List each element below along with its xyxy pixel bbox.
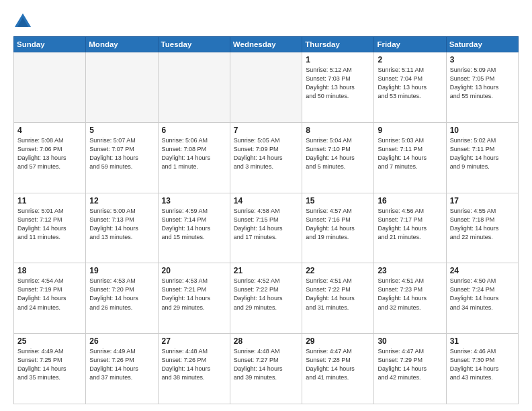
calendar-cell: 20Sunrise: 4:53 AM Sunset: 7:21 PM Dayli… [158, 263, 230, 334]
calendar-row: 4Sunrise: 5:08 AM Sunset: 7:06 PM Daylig… [14, 122, 519, 193]
day-info: Sunrise: 4:48 AM Sunset: 7:26 PM Dayligh… [162, 347, 226, 382]
calendar-cell: 16Sunrise: 4:56 AM Sunset: 7:17 PM Dayli… [374, 193, 446, 263]
calendar-cell: 19Sunrise: 4:53 AM Sunset: 7:20 PM Dayli… [86, 263, 158, 334]
day-number: 12 [89, 196, 154, 205]
logo [13, 12, 36, 31]
calendar-cell: 10Sunrise: 5:02 AM Sunset: 7:11 PM Dayli… [446, 122, 518, 193]
day-number: 15 [306, 196, 370, 205]
day-info: Sunrise: 5:11 AM Sunset: 7:04 PM Dayligh… [378, 66, 442, 101]
day-number: 10 [450, 126, 515, 135]
day-number: 9 [378, 126, 442, 135]
calendar-cell: 1Sunrise: 5:12 AM Sunset: 7:03 PM Daylig… [302, 52, 374, 123]
day-info: Sunrise: 4:55 AM Sunset: 7:18 PM Dayligh… [450, 207, 515, 242]
day-info: Sunrise: 4:49 AM Sunset: 7:25 PM Dayligh… [17, 347, 82, 382]
calendar-cell: 21Sunrise: 4:52 AM Sunset: 7:22 PM Dayli… [230, 263, 302, 334]
day-info: Sunrise: 4:50 AM Sunset: 7:24 PM Dayligh… [450, 277, 515, 312]
day-number: 28 [234, 336, 298, 346]
day-number: 1 [306, 55, 370, 64]
day-info: Sunrise: 4:51 AM Sunset: 7:22 PM Dayligh… [306, 277, 370, 312]
day-info: Sunrise: 4:51 AM Sunset: 7:23 PM Dayligh… [378, 277, 442, 312]
day-number: 14 [234, 196, 298, 205]
day-info: Sunrise: 5:07 AM Sunset: 7:07 PM Dayligh… [89, 136, 154, 171]
day-number: 2 [378, 55, 442, 64]
day-info: Sunrise: 5:03 AM Sunset: 7:11 PM Dayligh… [378, 136, 442, 171]
day-info: Sunrise: 5:08 AM Sunset: 7:06 PM Dayligh… [17, 136, 82, 171]
day-number: 17 [450, 196, 515, 205]
calendar-cell: 22Sunrise: 4:51 AM Sunset: 7:22 PM Dayli… [302, 263, 374, 334]
day-number: 11 [17, 196, 82, 205]
weekday-header: Thursday [302, 37, 374, 52]
calendar-cell: 15Sunrise: 4:57 AM Sunset: 7:16 PM Dayli… [302, 193, 374, 263]
day-info: Sunrise: 4:52 AM Sunset: 7:22 PM Dayligh… [234, 277, 298, 312]
day-number: 21 [234, 266, 298, 275]
calendar-cell: 17Sunrise: 4:55 AM Sunset: 7:18 PM Dayli… [446, 193, 518, 263]
day-info: Sunrise: 4:46 AM Sunset: 7:30 PM Dayligh… [450, 347, 515, 382]
day-info: Sunrise: 4:59 AM Sunset: 7:14 PM Dayligh… [162, 207, 226, 242]
calendar-cell: 23Sunrise: 4:51 AM Sunset: 7:23 PM Dayli… [374, 263, 446, 334]
day-info: Sunrise: 5:01 AM Sunset: 7:12 PM Dayligh… [17, 207, 82, 242]
day-info: Sunrise: 4:53 AM Sunset: 7:21 PM Dayligh… [162, 277, 226, 312]
calendar-cell: 24Sunrise: 4:50 AM Sunset: 7:24 PM Dayli… [446, 263, 518, 334]
day-number: 19 [89, 266, 154, 275]
day-number: 30 [378, 336, 442, 346]
day-info: Sunrise: 5:04 AM Sunset: 7:10 PM Dayligh… [306, 136, 370, 171]
calendar-cell: 14Sunrise: 4:58 AM Sunset: 7:15 PM Dayli… [230, 193, 302, 263]
calendar-cell: 12Sunrise: 5:00 AM Sunset: 7:13 PM Dayli… [86, 193, 158, 263]
day-number: 26 [89, 336, 154, 346]
day-info: Sunrise: 5:05 AM Sunset: 7:09 PM Dayligh… [234, 136, 298, 171]
day-number: 27 [162, 336, 226, 346]
page: SundayMondayTuesdayWednesdayThursdayFrid… [0, 0, 532, 411]
day-number: 22 [306, 266, 370, 275]
day-number: 13 [162, 196, 226, 205]
day-info: Sunrise: 4:58 AM Sunset: 7:15 PM Dayligh… [234, 207, 298, 242]
logo-icon [13, 12, 32, 31]
calendar-cell: 27Sunrise: 4:48 AM Sunset: 7:26 PM Dayli… [158, 334, 230, 404]
day-number: 4 [17, 126, 82, 135]
calendar-row: 1Sunrise: 5:12 AM Sunset: 7:03 PM Daylig… [14, 52, 519, 123]
day-number: 7 [234, 126, 298, 135]
weekday-header: Tuesday [158, 37, 230, 52]
day-info: Sunrise: 5:02 AM Sunset: 7:11 PM Dayligh… [450, 136, 515, 171]
weekday-header: Friday [374, 37, 446, 52]
calendar-cell: 26Sunrise: 4:49 AM Sunset: 7:26 PM Dayli… [86, 334, 158, 404]
weekday-header: Wednesday [230, 37, 302, 52]
calendar-cell [86, 52, 158, 123]
day-info: Sunrise: 4:54 AM Sunset: 7:19 PM Dayligh… [17, 277, 82, 312]
weekday-header-row: SundayMondayTuesdayWednesdayThursdayFrid… [14, 37, 519, 52]
calendar-cell: 29Sunrise: 4:47 AM Sunset: 7:28 PM Dayli… [302, 334, 374, 404]
day-number: 18 [17, 266, 82, 275]
calendar-cell: 28Sunrise: 4:48 AM Sunset: 7:27 PM Dayli… [230, 334, 302, 404]
calendar-cell: 3Sunrise: 5:09 AM Sunset: 7:05 PM Daylig… [446, 52, 518, 123]
calendar-cell: 5Sunrise: 5:07 AM Sunset: 7:07 PM Daylig… [86, 122, 158, 193]
calendar-row: 11Sunrise: 5:01 AM Sunset: 7:12 PM Dayli… [14, 193, 519, 263]
calendar-cell: 30Sunrise: 4:47 AM Sunset: 7:29 PM Dayli… [374, 334, 446, 404]
day-info: Sunrise: 5:00 AM Sunset: 7:13 PM Dayligh… [89, 207, 154, 242]
calendar-cell [158, 52, 230, 123]
calendar-cell: 18Sunrise: 4:54 AM Sunset: 7:19 PM Dayli… [14, 263, 86, 334]
day-info: Sunrise: 4:57 AM Sunset: 7:16 PM Dayligh… [306, 207, 370, 242]
weekday-header: Sunday [14, 37, 86, 52]
calendar-cell: 13Sunrise: 4:59 AM Sunset: 7:14 PM Dayli… [158, 193, 230, 263]
day-info: Sunrise: 4:56 AM Sunset: 7:17 PM Dayligh… [378, 207, 442, 242]
calendar-cell: 11Sunrise: 5:01 AM Sunset: 7:12 PM Dayli… [14, 193, 86, 263]
day-number: 16 [378, 196, 442, 205]
day-info: Sunrise: 4:49 AM Sunset: 7:26 PM Dayligh… [89, 347, 154, 382]
day-number: 29 [306, 336, 370, 346]
calendar-cell: 8Sunrise: 5:04 AM Sunset: 7:10 PM Daylig… [302, 122, 374, 193]
day-number: 3 [450, 55, 515, 64]
calendar-cell: 25Sunrise: 4:49 AM Sunset: 7:25 PM Dayli… [14, 334, 86, 404]
day-number: 23 [378, 266, 442, 275]
calendar-cell: 2Sunrise: 5:11 AM Sunset: 7:04 PM Daylig… [374, 52, 446, 123]
calendar-cell: 4Sunrise: 5:08 AM Sunset: 7:06 PM Daylig… [14, 122, 86, 193]
calendar-row: 18Sunrise: 4:54 AM Sunset: 7:19 PM Dayli… [14, 263, 519, 334]
day-number: 8 [306, 126, 370, 135]
day-number: 20 [162, 266, 226, 275]
day-number: 24 [450, 266, 515, 275]
weekday-header: Monday [86, 37, 158, 52]
day-number: 31 [450, 336, 515, 346]
calendar: SundayMondayTuesdayWednesdayThursdayFrid… [13, 36, 519, 404]
day-info: Sunrise: 5:06 AM Sunset: 7:08 PM Dayligh… [162, 136, 226, 171]
calendar-row: 25Sunrise: 4:49 AM Sunset: 7:25 PM Dayli… [14, 334, 519, 404]
calendar-cell [230, 52, 302, 123]
weekday-header: Saturday [446, 37, 518, 52]
